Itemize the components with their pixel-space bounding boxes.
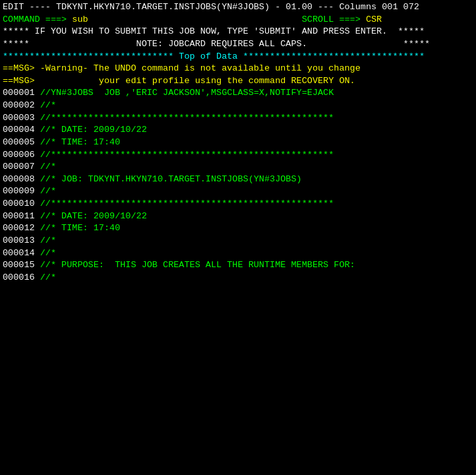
line-content: //* xyxy=(35,162,56,172)
code-line-000006: 000006 //*******************************… xyxy=(3,149,473,162)
msg-warning-line-2: ==MSG> your edit profile using the comma… xyxy=(3,75,473,88)
line-content: //* PURPOSE: THIS JOB CREATES ALL THE RU… xyxy=(35,260,355,270)
scroll-value: CSR xyxy=(366,15,382,24)
notice-line-1: ***** IF YOU WISH TO SUBMIT THIS JOB NOW… xyxy=(3,26,473,38)
line-content: //* xyxy=(35,248,56,258)
command-line[interactable]: COMMAND ===> sub SCROLL ===> CSR xyxy=(3,14,473,26)
line-number: 000011 xyxy=(3,211,35,221)
line-content: //**************************************… xyxy=(35,150,334,160)
code-line-000012: 000012 //* TIME: 17:40 xyxy=(3,222,473,235)
command-input[interactable]: sub xyxy=(72,15,88,24)
line-number: 000015 xyxy=(3,260,35,270)
code-line-000011: 000011 //* DATE: 2009/10/22 xyxy=(3,210,473,223)
line-number: 000006 xyxy=(3,150,35,160)
line-content: //* DATE: 2009/10/22 xyxy=(35,211,147,221)
line-content: //* xyxy=(35,100,56,110)
line-content: //* TIME: 17:40 xyxy=(35,223,121,233)
scroll-label: SCROLL ===> xyxy=(302,15,366,24)
line-content: //* DATE: 2009/10/22 xyxy=(35,125,147,135)
code-line-000015: 000015 //* PURPOSE: THIS JOB CREATES ALL… xyxy=(3,259,473,272)
line-number: 000010 xyxy=(3,199,35,208)
line-content: //YN#3JOBS JOB ,'ERIC JACKSON',MSGCLASS=… xyxy=(35,88,334,98)
code-line-000008: 000008 //* JOB: TDKYNT.HKYN710.TARGET.IN… xyxy=(3,174,473,186)
line-number: 000007 xyxy=(3,162,35,172)
line-number: 000012 xyxy=(3,223,35,233)
notice-line-2: ***** NOTE: JOBCARD REQUIRES ALL CAPS. *… xyxy=(3,38,473,51)
code-line-000002: 000002 //* xyxy=(3,100,473,112)
line-number: 000008 xyxy=(3,174,35,184)
command-label: COMMAND ===> xyxy=(3,15,72,24)
code-line-000001: 000001 //YN#3JOBS JOB ,'ERIC JACKSON',MS… xyxy=(3,87,473,100)
code-line-000003: 000003 //*******************************… xyxy=(3,112,473,125)
line-number: 000001 xyxy=(3,88,35,98)
line-number: 000005 xyxy=(3,137,35,147)
terminal-screen: EDIT ---- TDKYNT.HKYN710.TARGET.INSTJOBS… xyxy=(0,0,476,475)
line-number: 000003 xyxy=(3,113,35,123)
top-of-data-line: ******************************** Top of … xyxy=(3,51,473,63)
code-line-000013: 000013 //* xyxy=(3,235,473,247)
line-content: //* JOB: TDKYNT.HKYN710.TARGET.INSTJOBS(… xyxy=(35,174,302,184)
line-number: 000004 xyxy=(3,125,35,135)
line-content: //**************************************… xyxy=(35,199,334,208)
msg-warning-line-1: ==MSG> -Warning- The UNDO command is not… xyxy=(3,63,473,75)
code-line-000016: 000016 //* xyxy=(3,272,473,284)
header-line: EDIT ---- TDKYNT.HKYN710.TARGET.INSTJOBS… xyxy=(3,1,473,14)
code-line-000005: 000005 //* TIME: 17:40 xyxy=(3,137,473,149)
line-number: 000002 xyxy=(3,100,35,110)
line-content: //* TIME: 17:40 xyxy=(35,137,121,147)
line-content: //* xyxy=(35,272,56,282)
code-line-000004: 000004 //* DATE: 2009/10/22 xyxy=(3,124,473,137)
command-spacer xyxy=(88,15,302,24)
line-number: 000014 xyxy=(3,248,35,258)
line-content: //**************************************… xyxy=(35,113,334,123)
line-number: 000013 xyxy=(3,236,35,245)
line-number: 000009 xyxy=(3,186,35,196)
code-line-000010: 000010 //*******************************… xyxy=(3,198,473,210)
code-line-000014: 000014 //* xyxy=(3,247,473,260)
code-line-000007: 000007 //* xyxy=(3,161,473,174)
line-content: //* xyxy=(35,236,56,245)
line-content: //* xyxy=(35,186,56,196)
code-line-000009: 000009 //* xyxy=(3,185,473,198)
line-number: 000016 xyxy=(3,272,35,282)
